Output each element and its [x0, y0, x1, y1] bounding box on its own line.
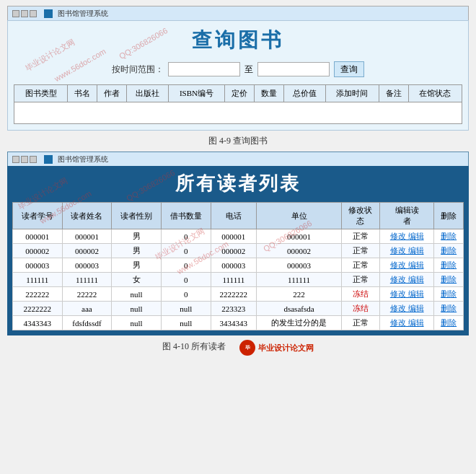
date-to-input[interactable]	[257, 62, 330, 76]
edit-link[interactable]: 编辑	[406, 289, 424, 298]
edit-link[interactable]: 编辑	[406, 260, 424, 269]
cell-value: null	[161, 316, 211, 330]
col-gender: 读者性别	[112, 203, 162, 229]
edit-link[interactable]: 编辑	[406, 232, 424, 240]
window-min-btn[interactable]	[12, 10, 19, 17]
cell-value: 111111	[62, 273, 112, 287]
delete-link[interactable]: 删除	[441, 275, 457, 284]
col-header: 书名	[68, 85, 97, 102]
col-id: 读者学号	[13, 203, 63, 229]
col-delete: 删除	[434, 203, 464, 229]
edit-modify-link[interactable]: 修改	[390, 289, 406, 298]
cell-value: 000002	[211, 244, 257, 258]
table-row: 000003000003男0000003000003正常修改 编辑删除	[13, 258, 464, 273]
delete-link[interactable]: 删除	[441, 289, 457, 298]
date-from-input[interactable]	[168, 62, 240, 76]
cell-value: 0	[161, 258, 211, 273]
edit-link[interactable]: 编辑	[406, 304, 424, 312]
table-row: 2222222aaanullnull223323dsasafsda冻结修改 编辑…	[13, 302, 464, 316]
bottom-title: 所有读者列表	[12, 171, 464, 196]
bottom-window-title: 图书馆管理系统	[44, 154, 108, 164]
edit-link[interactable]: 编辑	[406, 246, 424, 255]
cell-value: 22222	[62, 287, 112, 302]
window-title: 图书馆管理系统	[44, 9, 108, 19]
edit-link[interactable]: 编辑	[406, 275, 424, 284]
edit-modify-link[interactable]: 修改	[390, 232, 406, 240]
cell-value: 的发生过分的是	[257, 316, 342, 330]
cell-value: 000001	[211, 229, 257, 244]
delete-link[interactable]: 删除	[441, 232, 457, 240]
cell-value: 000001	[13, 229, 63, 244]
cell-value: null	[161, 302, 211, 316]
to-label: 至	[244, 63, 253, 76]
delete-cell: 删除	[434, 229, 464, 244]
edit-modify-link[interactable]: 修改	[390, 246, 406, 255]
col-header: 出版社	[126, 85, 168, 102]
edit-cell: 修改 编辑	[380, 229, 434, 244]
edit-cell: 修改 编辑	[380, 316, 434, 330]
bottom-window-max-btn[interactable]	[21, 156, 28, 163]
cell-value: 222222	[13, 287, 63, 302]
status-badge: 正常	[341, 229, 379, 244]
top-figure-caption: 图 4-9 查询图书	[0, 135, 476, 147]
search-button[interactable]: 查询	[334, 61, 364, 77]
edit-modify-link[interactable]: 修改	[390, 260, 406, 269]
cell-value: 0	[161, 244, 211, 258]
cell-value: 3434343	[211, 316, 257, 330]
edit-cell: 修改 编辑	[380, 287, 434, 302]
cell-value: 000001	[257, 229, 342, 244]
reader-header-row: 读者学号 读者姓名 读者性别 借书数量 电话 单位 修改状态 编辑读者 删除	[13, 203, 464, 229]
cell-value: 0	[161, 229, 211, 244]
bottom-window-close-btn[interactable]	[30, 156, 37, 163]
status-badge: 正常	[341, 316, 379, 330]
table-row	[14, 102, 462, 124]
col-header: 备注	[379, 85, 408, 102]
cell-value: fdsfdssdf	[62, 316, 112, 330]
footer-logo: 毕	[239, 340, 255, 356]
cell-value: 223323	[211, 302, 257, 316]
edit-cell: 修改 编辑	[380, 244, 434, 258]
delete-cell: 删除	[434, 302, 464, 316]
cell-value: 111111	[257, 273, 342, 287]
cell-value: 222	[257, 287, 342, 302]
cell-value: 000003	[13, 258, 63, 273]
delete-link[interactable]: 删除	[441, 318, 457, 327]
top-title: 查询图书	[14, 27, 462, 54]
reader-tbody: 000001000001男0000001000001正常修改 编辑删除00000…	[13, 229, 464, 330]
reader-table: 读者学号 读者姓名 读者性别 借书数量 电话 单位 修改状态 编辑读者 删除 0…	[12, 202, 464, 330]
table-row: 000001000001男0000001000001正常修改 编辑删除	[13, 229, 464, 244]
cell-value: 000003	[62, 258, 112, 273]
cell-value: 男	[112, 258, 162, 273]
window-max-btn[interactable]	[21, 10, 28, 17]
col-status: 修改状态	[341, 203, 379, 229]
delete-link[interactable]: 删除	[441, 260, 457, 269]
edit-modify-link[interactable]: 修改	[390, 275, 406, 284]
table-row: 111111111111女0111111111111正常修改 编辑删除	[13, 273, 464, 287]
bottom-figure-caption: 图 4-10 所有读者	[162, 341, 226, 351]
book-icon	[44, 9, 53, 18]
edit-cell: 修改 编辑	[380, 302, 434, 316]
edit-modify-link[interactable]: 修改	[390, 304, 406, 312]
col-header: 在馆状态	[408, 85, 462, 102]
edit-modify-link[interactable]: 修改	[390, 318, 406, 327]
cell-value: 0	[161, 273, 211, 287]
delete-cell: 删除	[434, 287, 464, 302]
col-unit: 单位	[257, 203, 342, 229]
cell-value: dsasafsda	[257, 302, 342, 316]
window-close-btn[interactable]	[30, 10, 37, 17]
edit-link[interactable]: 编辑	[406, 318, 424, 327]
cell-value: 0	[161, 287, 211, 302]
table-header-row: 图书类型书名作者出版社ISBN编号定价数量总价值添加时间备注在馆状态	[14, 85, 462, 102]
delete-link[interactable]: 删除	[441, 304, 457, 312]
delete-cell: 删除	[434, 316, 464, 330]
col-phone: 电话	[211, 203, 257, 229]
bottom-window-min-btn[interactable]	[12, 156, 19, 163]
cell-value: 000003	[211, 258, 257, 273]
cell-value: 4343343	[13, 316, 63, 330]
col-header: ISBN编号	[168, 85, 225, 102]
status-badge: 冻结	[341, 287, 379, 302]
cell-value: 女	[112, 273, 162, 287]
delete-link[interactable]: 删除	[441, 246, 457, 255]
col-header: 总价值	[284, 85, 326, 102]
status-badge: 正常	[341, 258, 379, 273]
